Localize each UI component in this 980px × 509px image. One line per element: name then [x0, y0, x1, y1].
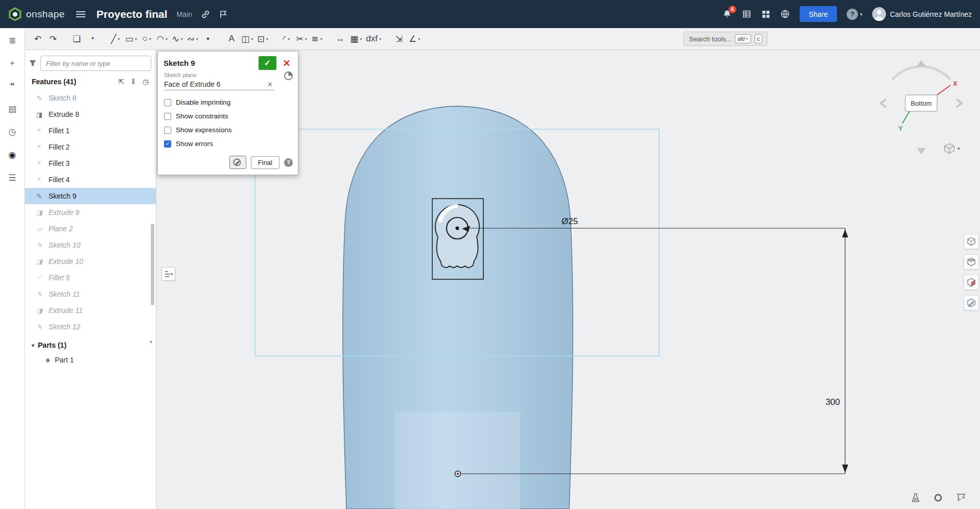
feature-item[interactable]: ✎ Sketch 9: [25, 188, 156, 204]
export-dxf-icon[interactable]: dxf ▾: [364, 31, 383, 47]
chevron-down-icon[interactable]: ▾: [360, 37, 362, 41]
fillet-tool-icon[interactable]: ◜ ▾: [278, 31, 294, 47]
insert-panel-icon[interactable]: +: [10, 58, 15, 68]
offset-tool-icon[interactable]: ≋ ▾: [309, 31, 324, 47]
sketch-plane-value[interactable]: Face of Extrude 6: [164, 80, 266, 88]
point-tool-icon[interactable]: • ▾: [200, 31, 216, 47]
history-panel-icon[interactable]: ◷: [9, 127, 16, 137]
outline-panel-icon[interactable]: ☰: [8, 173, 16, 183]
rectangle-tool-icon[interactable]: ▭ ▾: [123, 31, 139, 47]
text-tool-icon[interactable]: A ▾: [224, 31, 239, 47]
copy-link-icon[interactable]: [200, 9, 211, 19]
conic-tool-icon[interactable]: ∾ ▾: [185, 31, 200, 47]
chevron-down-icon[interactable]: ▾: [166, 37, 168, 41]
checkbox[interactable]: [164, 113, 171, 120]
paste-sketch-icon[interactable]: ❏ ▾: [69, 31, 84, 47]
chevron-down-icon[interactable]: ▾: [305, 37, 307, 41]
project-convert-icon[interactable]: ⊡ ▾: [255, 31, 270, 47]
feature-item[interactable]: ◨ Extrude 10: [25, 253, 156, 270]
filter-input[interactable]: [40, 56, 151, 71]
dialog-checkbox-row[interactable]: Disable imprinting: [158, 95, 298, 109]
share-button[interactable]: Share: [800, 6, 837, 22]
feature-list-toggle-button[interactable]: [161, 267, 175, 281]
sketch-preview-toggle[interactable]: [229, 156, 246, 169]
measure-icon[interactable]: [955, 493, 967, 505]
redo-icon[interactable]: ↷ ▾: [45, 31, 61, 47]
feature-history-icon[interactable]: [284, 71, 293, 83]
workspace-label[interactable]: Main: [177, 10, 192, 18]
features-panel-icon[interactable]: ≣: [9, 35, 16, 46]
measure-angle-icon[interactable]: ∠ ▾: [407, 31, 422, 47]
chevron-down-icon[interactable]: ▾: [379, 37, 381, 41]
feature-item[interactable]: ✎ Sketch 11: [25, 286, 156, 302]
feature-item[interactable]: ◜ Fillet 5: [25, 270, 156, 286]
suppress-icon[interactable]: ‖: [132, 78, 135, 86]
checkbox[interactable]: [164, 140, 171, 148]
undo-icon[interactable]: ↶ ▾: [30, 31, 45, 47]
scroll-down-chevron[interactable]: ▾: [150, 339, 152, 345]
feature-item[interactable]: ✎ Sketch 12: [25, 319, 156, 335]
final-button[interactable]: Final: [251, 156, 279, 169]
sketch-plane-field[interactable]: Sketch plane Face of Extrude 6 ✕: [164, 72, 274, 90]
chevron-down-icon[interactable]: ▾: [149, 37, 151, 41]
parts-collapse-icon[interactable]: ▾: [32, 343, 34, 348]
arc-tool-icon[interactable]: ◠ ▾: [154, 31, 170, 47]
help-icon[interactable]: ?: [847, 9, 858, 20]
search-panel-icon[interactable]: ◉: [9, 150, 16, 160]
onshape-logo-icon[interactable]: [8, 7, 22, 21]
spreadsheet-icon[interactable]: [742, 9, 752, 19]
feature-item[interactable]: ◨ Extrude 9: [25, 204, 156, 221]
user-name[interactable]: Carlos Gutiérrez Martínez: [890, 10, 972, 18]
checkbox[interactable]: [164, 99, 171, 106]
final-marker-icon[interactable]: ⇱: [118, 78, 124, 86]
onshape-logo-text[interactable]: onshape: [26, 9, 65, 20]
cancel-button[interactable]: ✕: [279, 56, 294, 70]
confirm-button[interactable]: ✓: [259, 56, 276, 70]
feature-item[interactable]: ✎ Sketch 8: [25, 90, 156, 106]
history-icon[interactable]: ◷: [143, 78, 149, 86]
chevron-down-icon[interactable]: ▾: [266, 37, 268, 41]
checkbox[interactable]: [164, 127, 171, 134]
chevron-down-icon[interactable]: ▾: [320, 37, 322, 41]
pattern-tool-icon[interactable]: ▦ ▾: [348, 31, 364, 47]
section-view-icon[interactable]: [964, 254, 979, 270]
notifications-bell-icon[interactable]: 4: [722, 9, 732, 19]
chevron-down-icon[interactable]: ▾: [251, 37, 253, 41]
document-title[interactable]: Proyecto final: [97, 8, 168, 20]
parts-header[interactable]: ▾ Parts (1): [25, 335, 156, 352]
prior-sketch-geometry[interactable]: [395, 412, 519, 509]
publish-flag-icon[interactable]: [219, 10, 228, 19]
chevron-down-icon[interactable]: ▾: [118, 37, 120, 41]
feature-item[interactable]: ◜ Fillet 4: [25, 172, 156, 188]
circle-tool-icon[interactable]: ○ ▾: [139, 31, 154, 47]
chevron-down-icon[interactable]: ▾: [288, 37, 290, 41]
comments-panel-icon[interactable]: ❝: [10, 81, 14, 91]
orbit-icon[interactable]: [933, 493, 943, 505]
search-tools-box[interactable]: Search tools... alt/~ c: [684, 32, 767, 46]
feature-item[interactable]: ▱ Plane 2: [25, 221, 156, 237]
sketch-region-icon[interactable]: ◔ ▾: [84, 31, 100, 47]
feature-item[interactable]: ◨ Extrude 11: [25, 302, 156, 319]
length-dimension[interactable]: 300: [826, 397, 840, 407]
line-tool-icon[interactable]: ╱ ▾: [108, 31, 123, 47]
menu-icon[interactable]: [76, 11, 85, 17]
mirror-tool-icon[interactable]: ◫ ▾: [239, 31, 255, 47]
feature-item[interactable]: ◨ Extrude 8: [25, 106, 156, 123]
feature-item[interactable]: ◜ Fillet 3: [25, 155, 156, 172]
feature-item[interactable]: ◜ Fillet 1: [25, 123, 156, 139]
chevron-down-icon[interactable]: ▾: [418, 37, 420, 41]
trim-tool-icon[interactable]: ✂ ▾: [294, 31, 309, 47]
dialog-help-icon[interactable]: ?: [284, 158, 293, 167]
part-item[interactable]: ◆ Part 1: [25, 352, 156, 368]
feature-list-scrollbar[interactable]: [151, 224, 154, 305]
display-settings-icon[interactable]: [964, 275, 979, 290]
dialog-checkbox-row[interactable]: Show constraints: [158, 109, 298, 123]
dialog-checkbox-row[interactable]: Show expressions: [158, 123, 298, 137]
chevron-down-icon[interactable]: ▾: [135, 37, 137, 41]
feature-item[interactable]: ◜ Fillet 2: [25, 139, 156, 155]
spline-tool-icon[interactable]: ∿ ▾: [170, 31, 185, 47]
clear-selection-icon[interactable]: ✕: [266, 81, 274, 88]
dimension-tool-icon[interactable]: ↔ ▾: [333, 31, 348, 47]
view-mode-cube-button[interactable]: ▾: [943, 143, 960, 154]
dialog-checkbox-row[interactable]: Show errors: [158, 137, 298, 151]
